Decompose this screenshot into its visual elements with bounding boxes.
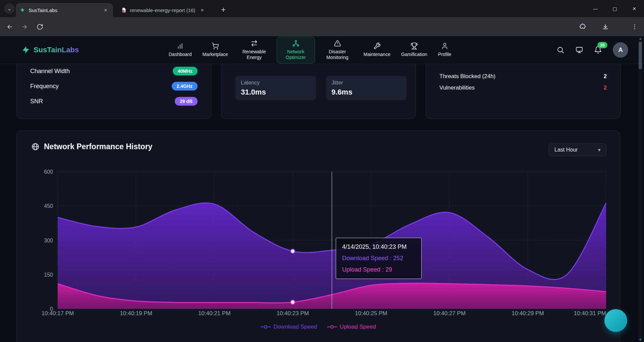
main-nav: Dashboard Marketplace Renewable Energy N… <box>165 37 455 63</box>
chat-fab-button[interactable] <box>604 309 627 332</box>
time-range-value: Last Hour <box>554 147 578 153</box>
nav-item-dashboard[interactable]: Dashboard <box>165 40 196 61</box>
svg-text:10:40:19 PM: 10:40:19 PM <box>120 310 152 317</box>
scrollbar-thumb[interactable] <box>639 42 642 69</box>
maximize-icon: ▢ <box>612 6 617 11</box>
jitter-stat: Jitter 9.6ms <box>326 76 407 100</box>
arrow-left-icon <box>6 23 13 30</box>
tab-title: SusTainLabs <box>29 7 99 13</box>
new-tab-button[interactable]: + <box>218 4 229 15</box>
extensions-button[interactable] <box>576 20 590 34</box>
jitter-value: 9.6ms <box>331 88 401 97</box>
tab-search-button[interactable]: ⌄ <box>4 3 15 14</box>
window-close-button[interactable]: ✕ <box>625 0 644 17</box>
minimize-icon: — <box>593 6 598 11</box>
notifications-button[interactable]: 35 <box>594 46 602 54</box>
trophy-icon <box>411 43 418 50</box>
frequency-row: Frequency 2.4GHz <box>30 81 198 91</box>
globe-icon <box>31 142 40 151</box>
search-button[interactable] <box>556 46 565 54</box>
kebab-menu-icon <box>631 23 638 30</box>
latency-stat: Latency 31.0ms <box>235 76 316 100</box>
brand[interactable]: SusTainLabs <box>21 46 79 54</box>
window-maximize-button[interactable]: ▢ <box>605 0 625 17</box>
chart-legend: Download Speed Upload Speed <box>17 324 620 330</box>
frequency-badge: 2.4GHz <box>172 82 198 91</box>
svg-text:600: 600 <box>44 169 53 175</box>
energy-exchange-icon <box>251 40 258 47</box>
vulnerabilities-row: Vulnerabilities 2 <box>439 84 607 92</box>
line-series-icon <box>327 325 337 329</box>
threats-blocked-value: 2 <box>604 73 607 80</box>
snr-label: SNR <box>30 98 43 105</box>
tab-close-icon[interactable]: ✕ <box>102 7 109 13</box>
browser-tab-sustainlabs[interactable]: SusTainLabs ✕ <box>16 3 113 17</box>
chart-tooltip: 4/14/2025, 10:40:23 PM Download Speed : … <box>336 238 422 279</box>
reload-button[interactable] <box>33 20 47 34</box>
download-icon <box>602 23 609 30</box>
chevron-down-icon: ▼ <box>597 148 601 153</box>
svg-text:10:40:29 PM: 10:40:29 PM <box>512 310 544 317</box>
display-mode-button[interactable] <box>575 46 583 54</box>
svg-text:10:40:25 PM: 10:40:25 PM <box>355 310 387 317</box>
legend-upload-speed[interactable]: Upload Speed <box>327 324 376 330</box>
wrench-icon <box>373 43 381 50</box>
jitter-label: Jitter <box>331 80 401 86</box>
reload-icon <box>37 23 43 30</box>
user-avatar[interactable]: A <box>613 42 628 58</box>
chart-title: Network Performance History <box>44 142 152 151</box>
channel-width-label: Channel Width <box>30 68 70 75</box>
nav-item-gamification[interactable]: Gamification <box>397 40 431 61</box>
nav-item-disaster-monitoring[interactable]: Disaster Monitoring <box>318 37 357 63</box>
svg-text:150: 150 <box>44 272 53 278</box>
threats-blocked-row: Threats Blocked (24h) 2 <box>439 73 607 80</box>
sustainlabs-favicon-icon <box>20 7 25 13</box>
threats-blocked-label: Threats Blocked (24h) <box>439 73 495 80</box>
svg-text:10:40:23 PM: 10:40:23 PM <box>276 310 309 317</box>
vulnerabilities-value: 2 <box>604 84 607 91</box>
bar-chart-icon <box>176 43 184 50</box>
window-minimize-button[interactable]: — <box>586 0 605 17</box>
nav-item-maintenance[interactable]: Maintenance <box>360 40 394 61</box>
nav-item-network-optimizer[interactable]: Network Optimizer <box>277 37 315 63</box>
latency-value: 31.0ms <box>241 88 311 97</box>
scroll-up-arrow[interactable]: ▲ <box>638 37 642 40</box>
window-controls: — ▢ ✕ <box>586 0 644 17</box>
time-range-select[interactable]: Last Hour ▼ <box>549 144 606 156</box>
channel-width-badge: 40MHz <box>173 67 198 75</box>
brand-name: SusTainLabs <box>34 46 79 54</box>
svg-text:10:40:21 PM: 10:40:21 PM <box>198 310 230 317</box>
scroll-down-arrow[interactable]: ▼ <box>638 338 642 341</box>
nav-item-marketplace[interactable]: Marketplace <box>199 40 232 61</box>
pdf-favicon-icon <box>121 7 126 13</box>
tooltip-upload: Upload Speed : 29 <box>342 266 415 273</box>
back-button[interactable] <box>3 20 17 34</box>
vulnerabilities-label: Vulnerabilities <box>439 84 475 91</box>
nav-item-profile[interactable]: Profile <box>434 40 455 61</box>
network-nodes-icon <box>292 40 300 47</box>
legend-download-speed[interactable]: Download Speed <box>261 324 317 330</box>
svg-text:300: 300 <box>44 238 53 243</box>
latency-label: Latency <box>241 80 311 86</box>
alert-triangle-icon <box>334 40 341 47</box>
browser-tab-report[interactable]: renewable-energy-report (16).p ✕ <box>117 3 210 17</box>
snr-badge: 29 dB <box>175 97 198 106</box>
downloads-button[interactable] <box>598 20 612 34</box>
page-scrollbar[interactable]: ▲ <box>638 36 642 342</box>
tab-title: renewable-energy-report (16).p <box>130 7 196 13</box>
browser-tabstrip: ⌄ SusTainLabs ✕ renewable-energy-report … <box>0 0 644 17</box>
close-icon: ✕ <box>632 6 636 11</box>
snr-row: SNR 29 dB <box>30 96 198 106</box>
legend-label: Upload Speed <box>340 324 376 330</box>
channel-width-row: Channel Width 40MHz <box>30 66 198 76</box>
performance-chart[interactable]: 015030045060010:40:17 PM10:40:19 PM10:40… <box>20 168 614 326</box>
shopping-cart-icon <box>212 43 219 50</box>
tab-close-icon[interactable]: ✕ <box>199 7 206 13</box>
browser-menu-button[interactable] <box>628 20 642 34</box>
frequency-label: Frequency <box>30 83 59 90</box>
puzzle-icon <box>579 23 586 30</box>
forward-button[interactable] <box>17 20 32 34</box>
chevron-down-icon: ⌄ <box>7 6 12 12</box>
monitor-icon <box>575 46 583 54</box>
nav-item-renewable-energy[interactable]: Renewable Energy <box>235 37 273 63</box>
